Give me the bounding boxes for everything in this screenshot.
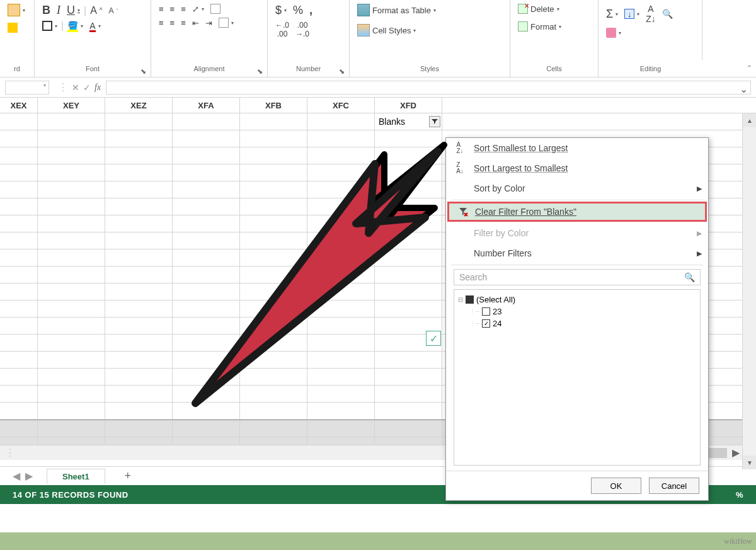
- col-XEZ[interactable]: XEZ: [105, 98, 173, 113]
- font-label: Font⬊: [35, 60, 151, 77]
- filter-active-icon: [431, 118, 438, 125]
- format-cells[interactable]: Format▾: [515, 20, 593, 33]
- sort-by-color[interactable]: Sort by Color: [446, 178, 708, 198]
- shrink-font[interactable]: Aˇ: [106, 5, 121, 16]
- autosum[interactable]: Σ▾: [604, 6, 621, 22]
- format-painter[interactable]: [5, 21, 20, 34]
- underline-button[interactable]: U▾: [64, 3, 83, 18]
- delete-icon: ✕: [518, 4, 528, 14]
- align-top[interactable]: ≡: [156, 3, 166, 15]
- fill-color[interactable]: 🪣▾: [65, 20, 86, 32]
- formula-input[interactable]: ⌄: [106, 81, 751, 95]
- watermark: wikiHow: [724, 537, 752, 546]
- currency-button[interactable]: $▾: [273, 3, 289, 18]
- find-select[interactable]: 🔍: [660, 8, 675, 20]
- filter-search[interactable]: Search 🔍: [454, 269, 701, 285]
- italic-button[interactable]: I: [54, 3, 63, 18]
- filter-tree[interactable]: ⊟ (Select All) ⋮┄ 23 ⋮┄ 24: [454, 289, 701, 466]
- filter-dropdown-button[interactable]: [429, 116, 440, 127]
- sort-filter[interactable]: AZ↓: [643, 3, 658, 25]
- select-all-tree-cb[interactable]: [466, 295, 474, 304]
- cell[interactable]: [307, 113, 375, 130]
- search-icon: 🔍: [684, 272, 695, 282]
- align-right[interactable]: ≡: [178, 17, 188, 29]
- cell[interactable]: [240, 113, 307, 130]
- col-XFC[interactable]: XFC: [307, 98, 375, 113]
- delete-cells[interactable]: ✕Delete▾: [515, 3, 593, 15]
- new-sheet-button[interactable]: +: [119, 467, 137, 485]
- cancel-formula-icon[interactable]: ✕: [72, 83, 79, 93]
- fx-icon[interactable]: fx: [94, 83, 101, 93]
- collapse-ribbon-icon[interactable]: ˆ: [748, 64, 751, 74]
- col-XEX[interactable]: XEX: [0, 98, 38, 113]
- alignment-group: ≡ ≡ ≡ ⤢▾ ≡ ≡ ≡ ⇤ ⇥ ▾: [151, 0, 268, 60]
- sort-descending[interactable]: ZA↓ Sort Largest to Smallest: [446, 158, 708, 178]
- cancel-button[interactable]: Cancel: [649, 478, 699, 494]
- expand-formula-icon[interactable]: ⌄: [740, 83, 748, 95]
- align-left[interactable]: ≡: [156, 17, 166, 29]
- table-icon: [357, 4, 370, 16]
- ok-button[interactable]: OK: [591, 478, 641, 494]
- editing-label: Editing: [598, 60, 702, 77]
- merge-center[interactable]: ▾: [216, 16, 236, 29]
- select-all-checkbox[interactable]: ✓: [426, 331, 441, 346]
- zoom-level: %: [736, 490, 743, 500]
- dec-indent[interactable]: ⇤: [190, 17, 202, 29]
- fill-button[interactable]: ↓▾: [622, 8, 642, 20]
- sort-asc-icon: AZ↓: [454, 142, 466, 154]
- cells-group: ✕Delete▾ Format▾: [510, 0, 598, 60]
- cell-styles[interactable]: Cell Styles▾: [355, 23, 505, 38]
- cell[interactable]: [105, 113, 173, 130]
- clear-filter-icon: [457, 205, 469, 218]
- col-XFA[interactable]: XFA: [173, 98, 240, 113]
- filter-by-color: Filter by Color: [446, 223, 708, 243]
- editing-group: Σ▾ ↓▾ AZ↓ 🔍 ▾: [598, 0, 702, 60]
- cell[interactable]: [0, 113, 38, 130]
- col-XFD[interactable]: XFD: [375, 98, 442, 113]
- number-filters[interactable]: Number Filters: [446, 243, 708, 263]
- formula-bar: ▾ ⋮ ✕ ✓ fx ⌄: [0, 77, 756, 98]
- cell[interactable]: [38, 113, 105, 130]
- format-icon: [518, 21, 528, 32]
- cell[interactable]: [173, 113, 240, 130]
- number-launcher-icon[interactable]: ⬊: [339, 67, 346, 75]
- sheet-tab-active[interactable]: Sheet1: [47, 469, 105, 484]
- grow-font[interactable]: A^: [88, 4, 105, 18]
- alignment-label: Alignment⬊: [151, 60, 268, 77]
- clear-button[interactable]: ▾: [604, 26, 624, 39]
- excel-window: ▾ B I U▾ | A^ Aˇ ▾ |: [0, 0, 756, 532]
- item-cb-24[interactable]: [482, 319, 490, 328]
- name-box[interactable]: ▾: [5, 81, 49, 95]
- percent-button[interactable]: %: [290, 3, 306, 18]
- inc-indent[interactable]: ⇥: [203, 17, 215, 29]
- sort-ascending[interactable]: AZ↓ Sort Smallest to Largest: [446, 138, 708, 158]
- borders-button[interactable]: ▾: [40, 20, 60, 32]
- enter-formula-icon[interactable]: ✓: [83, 83, 91, 93]
- decrease-decimal[interactable]: .00→.0: [293, 20, 312, 40]
- paste-button[interactable]: ▾: [5, 3, 28, 18]
- wrap-text[interactable]: [208, 3, 223, 15]
- font-color[interactable]: A▾: [87, 20, 103, 32]
- format-as-table[interactable]: Format as Table▾: [355, 3, 505, 18]
- font-launcher-icon[interactable]: ⬊: [140, 67, 148, 75]
- number-label: Number⬊: [268, 60, 350, 77]
- filter-header-cell[interactable]: Blanks: [375, 113, 442, 130]
- clear-filter[interactable]: Clear Filter From "Blanks": [447, 202, 707, 222]
- increase-decimal[interactable]: ←.0.00: [273, 20, 292, 40]
- clipboard-label: rd: [0, 60, 35, 77]
- item-cb-23[interactable]: [482, 307, 490, 316]
- eraser-icon: [606, 28, 616, 38]
- align-middle[interactable]: ≡: [168, 3, 178, 15]
- col-XEY[interactable]: XEY: [38, 98, 105, 113]
- scroll-down-icon[interactable]: ▼: [743, 455, 756, 469]
- orientation[interactable]: ⤢▾: [190, 3, 207, 15]
- align-launcher-icon[interactable]: ⬊: [257, 67, 265, 75]
- col-XFB[interactable]: XFB: [240, 98, 307, 113]
- ribbon: ▾ B I U▾ | A^ Aˇ ▾ |: [0, 0, 756, 77]
- vertical-scrollbar[interactable]: ▲ ▼: [742, 113, 756, 469]
- comma-button[interactable]: ,: [307, 3, 315, 18]
- align-center[interactable]: ≡: [168, 17, 178, 29]
- bold-button[interactable]: B: [40, 3, 53, 18]
- align-bottom[interactable]: ≡: [178, 3, 188, 15]
- scroll-up-icon[interactable]: ▲: [743, 113, 756, 127]
